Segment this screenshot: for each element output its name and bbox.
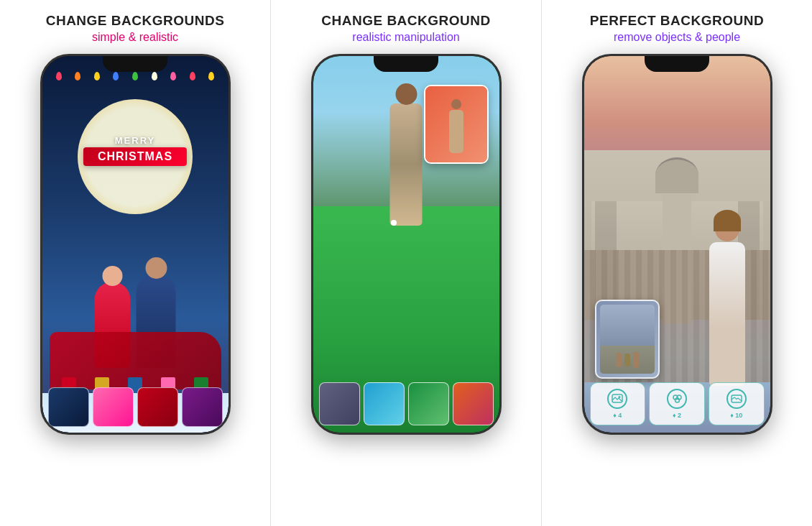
image-icon-circle bbox=[607, 389, 627, 409]
phone-3-mockup: ♦ 4 ♦ 2 bbox=[582, 54, 772, 435]
golf-thumbs bbox=[319, 382, 494, 425]
light-4 bbox=[113, 72, 119, 80]
photo-icon-circle bbox=[726, 389, 747, 409]
phone-1-screen: MERRY CHRISTMAS bbox=[42, 56, 229, 433]
vatican-scene: ♦ 4 ♦ 2 bbox=[584, 56, 770, 433]
golf-thumb-3[interactable] bbox=[408, 382, 449, 425]
panel-perfect-background: PERFECT BACKGROUND remove objects & peop… bbox=[542, 0, 812, 526]
woman-figure bbox=[698, 206, 756, 386]
before-photo-inset bbox=[595, 300, 660, 379]
icon-btn-4-label: ♦ 4 bbox=[613, 412, 622, 419]
icon-btn-10-label: ♦ 10 bbox=[730, 412, 742, 419]
panel-change-background: CHANGE BACKGROUND realistic manipulation bbox=[271, 0, 542, 526]
christmas-banner: MERRY CHRISTMAS bbox=[83, 135, 187, 166]
icon-btn-2-label: ♦ 2 bbox=[673, 412, 681, 419]
golf-thumb-1[interactable] bbox=[319, 382, 360, 425]
golfer-head bbox=[395, 83, 417, 105]
panel-2-subtitle: realistic manipulation bbox=[352, 31, 459, 44]
golfer-body bbox=[390, 103, 423, 226]
phone-1-mockup: MERRY CHRISTMAS bbox=[40, 54, 231, 435]
woman-body bbox=[709, 242, 745, 386]
light-9 bbox=[208, 72, 214, 80]
panel-3-subtitle: remove objects & people bbox=[614, 31, 740, 44]
thumb-3[interactable] bbox=[137, 387, 178, 427]
icon-btn-2[interactable]: ♦ 2 bbox=[649, 382, 705, 425]
light-7 bbox=[170, 72, 176, 80]
icon-btn-4[interactable]: ♦ 4 bbox=[590, 382, 646, 425]
circles-icon-circle bbox=[667, 389, 687, 409]
app-container: CHANGE BACKGROUNDS simple & realistic bbox=[0, 0, 812, 526]
golf-thumb-4[interactable] bbox=[453, 382, 494, 425]
icon-button-strip: ♦ 4 ♦ 2 bbox=[590, 382, 765, 425]
image-icon bbox=[612, 393, 623, 405]
thumb-4[interactable] bbox=[182, 387, 223, 427]
panel-3-title: PERFECT BACKGROUND bbox=[590, 13, 764, 29]
light-6 bbox=[152, 72, 157, 80]
golf-thumb-2[interactable] bbox=[364, 382, 405, 425]
light-8 bbox=[190, 72, 195, 80]
phone-2-mockup bbox=[311, 54, 502, 435]
golf-scene bbox=[313, 56, 499, 433]
panel-2-title: CHANGE BACKGROUND bbox=[321, 13, 490, 29]
thumbnail-strip-1 bbox=[48, 387, 223, 427]
icon-btn-10[interactable]: ♦ 10 bbox=[709, 382, 765, 425]
light-5 bbox=[132, 72, 138, 80]
christmas-lights bbox=[42, 69, 229, 83]
circles-icon bbox=[671, 393, 683, 405]
light-2 bbox=[75, 72, 80, 80]
thumb-1[interactable] bbox=[48, 387, 89, 427]
golf-ball bbox=[391, 220, 397, 226]
panel-change-backgrounds: CHANGE BACKGROUNDS simple & realistic bbox=[0, 0, 271, 526]
phone-3-screen: ♦ 4 ♦ 2 bbox=[584, 56, 770, 433]
light-3 bbox=[94, 72, 100, 80]
svg-point-1 bbox=[619, 396, 621, 398]
inset-inner bbox=[425, 86, 487, 162]
thumb-2[interactable] bbox=[93, 387, 134, 427]
original-photo-inset bbox=[424, 85, 489, 164]
panel-1-title: CHANGE BACKGROUNDS bbox=[46, 13, 225, 29]
merry-text: MERRY bbox=[83, 135, 187, 146]
panel-1-subtitle: simple & realistic bbox=[92, 31, 178, 44]
christmas-scene: MERRY CHRISTMAS bbox=[42, 56, 229, 433]
light-1 bbox=[56, 72, 62, 80]
phone-2-screen bbox=[313, 56, 499, 433]
christmas-ribbon: CHRISTMAS bbox=[83, 147, 187, 166]
photo-icon bbox=[731, 393, 742, 405]
